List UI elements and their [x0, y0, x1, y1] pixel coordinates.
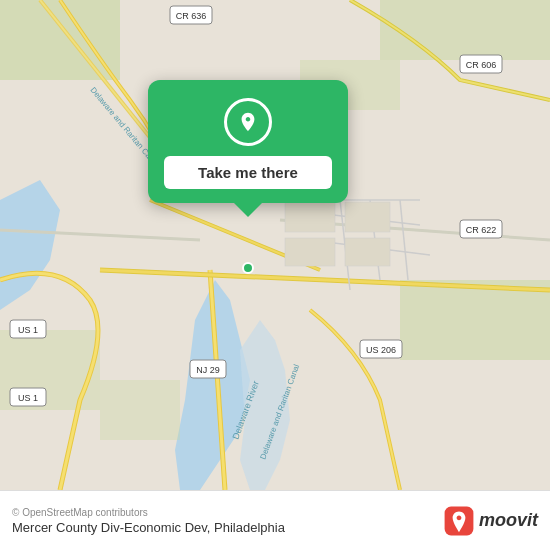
svg-text:US 1: US 1: [18, 393, 38, 403]
location-icon-container: [224, 98, 272, 146]
footer-left: © OpenStreetMap contributors Mercer Coun…: [12, 507, 285, 535]
copyright-text: © OpenStreetMap contributors: [12, 507, 285, 518]
svg-rect-46: [285, 238, 335, 266]
location-pin-icon: [237, 111, 259, 133]
svg-point-48: [243, 263, 253, 273]
svg-text:CR 622: CR 622: [466, 225, 497, 235]
location-label: Mercer County Div-Economic Dev, Philadel…: [12, 520, 285, 535]
svg-rect-9: [100, 380, 180, 440]
popup-card: Take me there: [148, 80, 348, 203]
moovit-text: moovit: [479, 510, 538, 531]
svg-rect-5: [380, 0, 550, 60]
map-background: CR 636 CR 606 CR 622 US 1 US 1 NJ 29 US …: [0, 0, 550, 490]
svg-rect-44: [285, 202, 335, 232]
svg-rect-4: [0, 0, 120, 80]
svg-rect-45: [345, 202, 390, 232]
svg-rect-7: [400, 280, 550, 360]
moovit-icon: [443, 505, 475, 537]
moovit-logo: moovit: [443, 505, 538, 537]
svg-text:NJ 29: NJ 29: [196, 365, 220, 375]
footer: © OpenStreetMap contributors Mercer Coun…: [0, 490, 550, 550]
svg-text:US 206: US 206: [366, 345, 396, 355]
svg-text:CR 636: CR 636: [176, 11, 207, 21]
take-me-there-button[interactable]: Take me there: [164, 156, 332, 189]
svg-rect-47: [345, 238, 390, 266]
svg-text:CR 606: CR 606: [466, 60, 497, 70]
map-container: CR 636 CR 606 CR 622 US 1 US 1 NJ 29 US …: [0, 0, 550, 490]
svg-text:US 1: US 1: [18, 325, 38, 335]
